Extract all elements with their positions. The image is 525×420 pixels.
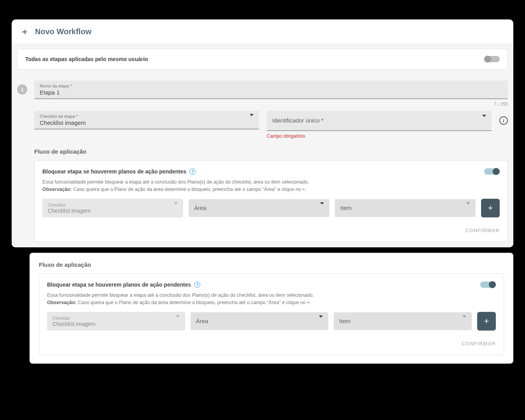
same-user-setting-card: Todas as etapas aplicadas pelo mesmo usu… xyxy=(17,49,508,70)
flow-checklist-select[interactable]: Checklist Checklist imagem xyxy=(42,199,183,217)
step-name-char-count: 7 / 255 xyxy=(34,102,508,107)
identifier-select[interactable]: Identificador único * xyxy=(267,111,492,131)
step-name-label: Nome da etapa * xyxy=(40,84,502,88)
flow-description: Essa funcionalidade permite bloquear a e… xyxy=(42,178,500,193)
flow-item-placeholder: Item xyxy=(340,205,352,211)
float-flow-panel: Fluxo de aplicação Bloquear etapa se hou… xyxy=(30,253,513,364)
step-body: Nome da etapa * Etapa 1 7 / 255 Checklis… xyxy=(34,80,508,242)
flow-section-title: Fluxo de aplicação xyxy=(34,148,508,155)
flow-area-select-2[interactable]: Área xyxy=(191,312,329,330)
chevron-down-icon xyxy=(466,205,470,212)
same-user-label: Todas as etapas aplicadas pelo mesmo usu… xyxy=(25,56,148,62)
block-step-toggle[interactable] xyxy=(484,168,500,175)
block-step-title: Bloquear etapa se houverem planos de açã… xyxy=(42,168,186,175)
chevron-down-icon xyxy=(319,318,323,325)
checklist-label: Checklist da etapa * xyxy=(40,114,254,119)
same-user-toggle[interactable] xyxy=(484,56,500,62)
flow-card-2: Bloquear etapa se houverem planos de açã… xyxy=(39,273,504,355)
chevron-down-icon xyxy=(174,205,178,212)
chevron-down-icon xyxy=(250,116,254,123)
block-step-title-2: Bloquear etapa se houverem planos de açã… xyxy=(47,282,191,288)
block-step-toggle-2[interactable] xyxy=(480,282,496,288)
help-icon[interactable]: ? xyxy=(189,168,196,175)
chevron-down-icon xyxy=(462,318,466,325)
workflow-card: Novo Workflow Todas as etapas aplicadas … xyxy=(12,19,513,247)
add-button-2[interactable]: + xyxy=(477,312,496,331)
confirm-button[interactable]: CONFIRMAR xyxy=(466,228,500,233)
add-button[interactable]: + xyxy=(481,199,500,217)
flow-item-select[interactable]: Item xyxy=(335,199,476,217)
flow-checklist-label: Checklist xyxy=(48,203,178,207)
flow-header-2: Bloquear etapa se houverem planos de açã… xyxy=(47,282,496,288)
flow-checklist-select-2[interactable]: Checklist Checklist imagem xyxy=(47,312,185,331)
help-icon[interactable]: ? xyxy=(194,282,200,288)
chevron-down-icon xyxy=(482,117,486,124)
info-icon[interactable]: i xyxy=(499,116,508,125)
checklist-select[interactable]: Checklist da etapa * Checklist imagem xyxy=(34,111,259,130)
page-title: Novo Workflow xyxy=(35,27,91,36)
step-number-badge: 1 xyxy=(17,84,27,94)
flow-fields-row-2: Checklist Checklist imagem Área Item + xyxy=(47,312,496,331)
flow-section-title-2: Fluxo de aplicação xyxy=(39,261,504,268)
checklist-value: Checklist imagem xyxy=(40,119,86,126)
flow-card: Bloquear etapa se houverem planos de açã… xyxy=(34,160,508,242)
back-arrow-icon[interactable] xyxy=(21,28,29,36)
step-row-2: Checklist da etapa * Checklist imagem Id… xyxy=(34,111,508,139)
flow-header: Bloquear etapa se houverem planos de açã… xyxy=(42,168,500,175)
flow-checklist-value: Checklist imagem xyxy=(48,208,91,214)
step-section: 1 Nome da etapa * Etapa 1 7 / 255 Checkl… xyxy=(17,80,508,242)
flow-description-2: Essa funcionalidade permite bloquear a e… xyxy=(47,292,496,306)
confirm-action-2: CONFIRMAR xyxy=(47,340,496,347)
confirm-button-2[interactable]: CONFIRMAR xyxy=(462,341,496,346)
header: Novo Workflow xyxy=(12,27,513,43)
confirm-action: CONFIRMAR xyxy=(42,227,500,234)
content-area: Todas as etapas aplicadas pelo mesmo usu… xyxy=(12,43,513,247)
flow-area-placeholder: Área xyxy=(194,205,206,211)
chevron-down-icon xyxy=(320,205,324,212)
flow-fields-row: Checklist Checklist imagem Área Item xyxy=(42,199,500,217)
step-name-value: Etapa 1 xyxy=(40,89,60,96)
identifier-label: Identificador único * xyxy=(272,117,324,124)
identifier-error: Campo obrigatório xyxy=(267,133,492,139)
flow-item-select-2[interactable]: Item xyxy=(334,312,472,330)
chevron-down-icon xyxy=(176,318,180,325)
step-name-field[interactable]: Nome da etapa * Etapa 1 xyxy=(34,80,508,99)
flow-area-select[interactable]: Área xyxy=(189,199,329,217)
